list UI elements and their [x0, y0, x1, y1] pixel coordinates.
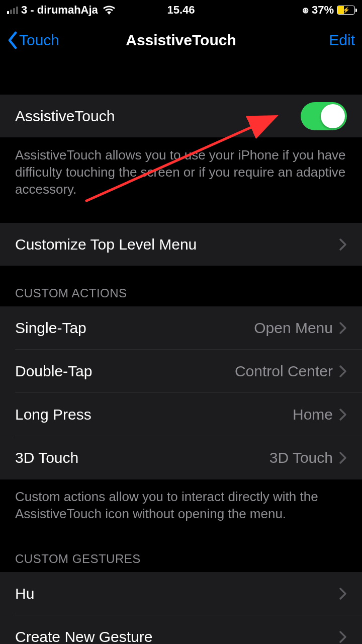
status-right: ⊛ 37% ⚡ — [302, 4, 355, 17]
chevron-left-icon — [7, 31, 18, 49]
assistivetouch-toggle-row[interactable]: AssistiveTouch — [0, 95, 362, 138]
chevron-right-icon — [339, 587, 347, 600]
chevron-right-icon — [339, 321, 347, 335]
row-value: Home — [293, 406, 333, 423]
assistivetouch-switch[interactable] — [301, 102, 347, 130]
toggle-label: AssistiveTouch — [15, 108, 115, 125]
create-gesture-row[interactable]: Create New Gesture — [0, 615, 362, 644]
row-value: Control Center — [235, 363, 333, 380]
back-label: Touch — [19, 32, 59, 49]
custom-actions-footer: Custom actions allow you to interact dir… — [0, 479, 362, 538]
custom-gestures-header: CUSTOM GESTURES — [0, 538, 362, 572]
row-label: Hu — [15, 585, 34, 602]
long-press-row[interactable]: Long Press Home — [0, 393, 362, 436]
row-value: 3D Touch — [269, 449, 333, 466]
row-label: 3D Touch — [15, 449, 78, 466]
rotation-lock-icon: ⊛ — [302, 6, 309, 15]
status-bar: 3 - dirumahAja 15.46 ⊛ 37% ⚡ — [0, 0, 362, 20]
single-tap-row[interactable]: Single-Tap Open Menu — [0, 306, 362, 350]
row-label: Long Press — [15, 406, 92, 423]
battery-icon: ⚡ — [337, 6, 355, 15]
customize-menu-row[interactable]: Customize Top Level Menu — [0, 223, 362, 266]
chevron-right-icon — [339, 408, 347, 421]
carrier-label: 3 - dirumahAja — [21, 4, 98, 17]
toggle-description: AssistiveTouch allows you to use your iP… — [0, 138, 362, 213]
3d-touch-row[interactable]: 3D Touch 3D Touch — [0, 436, 362, 479]
nav-bar: Touch AssistiveTouch Edit — [0, 20, 362, 60]
page-title: AssistiveTouch — [126, 32, 236, 49]
gesture-hu-row[interactable]: Hu — [0, 572, 362, 615]
wifi-icon — [103, 6, 115, 15]
charging-icon: ⚡ — [342, 7, 350, 14]
chevron-right-icon — [339, 630, 347, 643]
row-label: Create New Gesture — [15, 628, 152, 644]
row-value: Open Menu — [254, 319, 333, 337]
edit-button[interactable]: Edit — [329, 32, 355, 49]
back-button[interactable]: Touch — [7, 31, 59, 49]
custom-actions-header: CUSTOM ACTIONS — [0, 266, 362, 306]
chevron-right-icon — [339, 365, 347, 378]
double-tap-row[interactable]: Double-Tap Control Center — [0, 350, 362, 393]
chevron-right-icon — [339, 451, 347, 464]
status-time: 15.46 — [167, 4, 195, 17]
row-label: Single-Tap — [15, 319, 86, 337]
chevron-right-icon — [339, 238, 347, 251]
customize-label: Customize Top Level Menu — [15, 236, 197, 253]
status-left: 3 - dirumahAja — [7, 4, 115, 17]
signal-icon — [7, 6, 18, 14]
row-label: Double-Tap — [15, 363, 92, 380]
battery-percent: 37% — [312, 4, 334, 17]
